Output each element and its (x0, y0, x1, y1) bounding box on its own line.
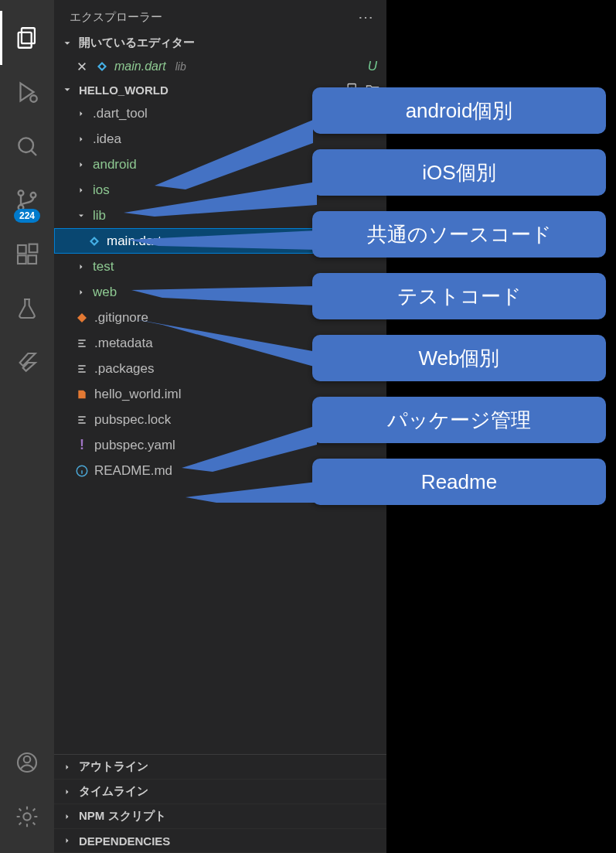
callout-web: Web個別 (312, 335, 606, 381)
chevron-right-icon (77, 135, 86, 144)
yaml-file-icon: ! (74, 437, 90, 453)
arrow-icon (185, 476, 317, 510)
flutter-icon (15, 350, 39, 375)
svg-point-6 (19, 190, 24, 196)
close-icon[interactable] (74, 61, 90, 72)
svg-marker-23 (131, 282, 317, 305)
settings-tab[interactable] (0, 790, 54, 844)
search-icon (15, 134, 39, 159)
flutter-tab[interactable] (0, 336, 54, 390)
open-editors-header[interactable]: 開いているエディター (54, 32, 386, 53)
deps-panel[interactable]: DEPENDENCIES (54, 829, 386, 853)
chevron-down-icon (60, 36, 74, 50)
xml-file-icon (74, 388, 90, 401)
chevron-right-icon (77, 186, 86, 195)
chevron-right-icon (77, 288, 86, 297)
accounts-tab[interactable] (0, 735, 54, 790)
svg-rect-0 (22, 28, 35, 43)
arrow-icon (131, 309, 317, 371)
git-icon (74, 312, 90, 324)
chevron-down-icon (60, 83, 74, 97)
callout-android: android個別 (312, 87, 606, 134)
svg-point-8 (31, 193, 36, 198)
open-editor-file: main.dart (114, 60, 166, 73)
chevron-right-icon (63, 836, 72, 845)
search-tab[interactable] (0, 119, 54, 173)
account-icon (15, 750, 39, 775)
svg-rect-11 (28, 255, 36, 264)
bug-run-icon (14, 79, 40, 105)
arrow-icon (131, 278, 317, 309)
svg-marker-21 (124, 174, 317, 217)
open-editor-dir: lib (175, 60, 186, 73)
svg-marker-2 (21, 84, 34, 101)
svg-point-3 (30, 95, 37, 102)
svg-marker-22 (128, 227, 317, 250)
text-file-icon (74, 414, 90, 426)
callout-lib: 共通のソースコード (312, 211, 606, 258)
chevron-right-icon (63, 763, 72, 772)
npm-panel[interactable]: NPM スクリプト (54, 804, 386, 829)
svg-marker-24 (131, 319, 317, 367)
scm-badge: 224 (14, 209, 40, 223)
test-tab[interactable] (0, 281, 54, 336)
explorer-tab[interactable] (0, 11, 54, 65)
sidebar-header: エクスプローラー ⋯ (54, 0, 386, 32)
activity-bar: 224 (0, 0, 54, 853)
svg-rect-1 (19, 32, 32, 48)
text-file-icon (74, 363, 90, 375)
sidebar-title: エクスプローラー (70, 10, 162, 25)
svg-marker-25 (182, 418, 317, 472)
chevron-right-icon (63, 787, 72, 797)
files-icon (14, 25, 40, 51)
info-icon (74, 464, 90, 478)
dart-file-icon (87, 234, 102, 248)
source-control-tab[interactable]: 224 (0, 173, 54, 227)
svg-point-14 (24, 756, 31, 763)
flask-icon (15, 296, 39, 321)
chevron-right-icon (63, 812, 72, 821)
svg-marker-26 (185, 476, 317, 503)
git-status-u: U (368, 59, 377, 74)
svg-line-5 (31, 150, 36, 155)
project-name: HELLO_WORLD (79, 84, 168, 97)
callout-ios: iOS個別 (312, 149, 606, 196)
gear-icon (15, 804, 39, 829)
svg-rect-9 (18, 245, 26, 254)
chevron-down-icon (77, 211, 86, 220)
chevron-right-icon (77, 109, 86, 118)
callout-test: テストコード (312, 273, 606, 319)
chevron-right-icon (77, 262, 86, 271)
extensions-icon (15, 242, 39, 267)
callout-pubspec: パッケージ管理 (312, 397, 606, 443)
text-file-icon (74, 337, 90, 350)
extensions-tab[interactable] (0, 227, 54, 281)
svg-point-15 (23, 813, 30, 820)
run-debug-tab[interactable] (0, 65, 54, 119)
dart-file-icon (94, 60, 110, 73)
open-editors-label: 開いているエディター (79, 36, 195, 50)
more-icon[interactable]: ⋯ (358, 8, 374, 26)
outline-panel[interactable]: アウトライン (54, 755, 386, 780)
arrow-icon (124, 174, 317, 224)
arrow-icon (182, 418, 317, 479)
open-editor-item[interactable]: main.dart lib U (54, 53, 386, 79)
arrow-icon (128, 223, 317, 254)
timeline-panel[interactable]: タイムライン (54, 780, 386, 804)
svg-rect-10 (18, 255, 26, 264)
svg-point-4 (19, 138, 33, 152)
callout-readme: Readme (312, 459, 606, 505)
chevron-right-icon (77, 160, 86, 169)
svg-rect-12 (29, 244, 38, 253)
